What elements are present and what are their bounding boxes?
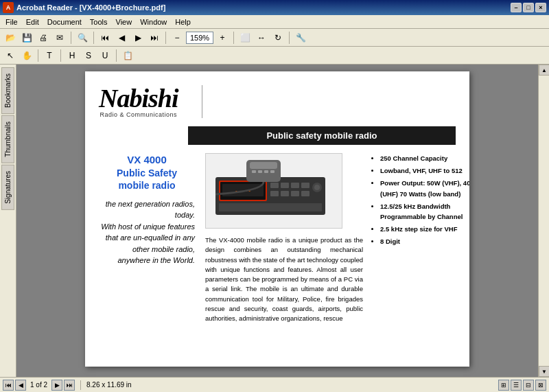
stamp-tool[interactable]: 📋 — [120, 48, 135, 63]
page-size: 8.26 x 11.69 in — [86, 381, 132, 389]
svg-rect-18 — [252, 170, 256, 173]
svg-rect-9 — [270, 191, 279, 196]
status-divider — [80, 380, 81, 390]
svg-rect-7 — [291, 183, 299, 188]
last-page-button[interactable]: ⏭ — [147, 30, 162, 45]
window-controls: – □ × — [511, 3, 546, 12]
menu-window[interactable]: Window — [136, 16, 171, 27]
underline-tool[interactable]: U — [97, 48, 113, 63]
print-button[interactable]: 🖨 — [36, 30, 51, 45]
zoom-out-button[interactable]: − — [170, 30, 185, 45]
last-page-nav[interactable]: ⏭ — [64, 380, 75, 391]
total-pages: 2 — [43, 381, 47, 389]
black-banner: Public safety mobile radio — [188, 126, 456, 145]
left-column: VX 4000 Public Safety mobile radio the n… — [99, 153, 198, 323]
svg-rect-15 — [219, 203, 322, 211]
spec-item: 12.5/25 kHz Bandwidth Programmable by Ch… — [380, 201, 469, 222]
scroll-track[interactable] — [539, 76, 549, 366]
svg-point-14 — [314, 185, 320, 190]
center-column: ----- — [205, 153, 363, 323]
page-info: 1 of 2 — [30, 381, 47, 389]
prev-page-button[interactable]: ◀ — [114, 30, 129, 45]
logo-area: Nabishi Radio & Communications — [99, 85, 191, 118]
email-button[interactable]: ✉ — [52, 30, 67, 45]
status-icon-4[interactable]: ⊠ — [535, 380, 546, 391]
spec-item: 8 Digit — [380, 236, 469, 246]
minimize-button[interactable]: – — [511, 3, 522, 12]
close-button[interactable]: × — [535, 3, 546, 12]
signatures-tab[interactable]: Signatures — [1, 165, 14, 210]
menu-bar: File Edit Document Tools View Window Hel… — [0, 15, 549, 29]
text-tool[interactable]: T — [42, 48, 57, 63]
menu-file[interactable]: File — [1, 16, 22, 27]
title-bar: A Acrobat Reader - [VX-4000+Brochure.pdf… — [0, 0, 549, 15]
fit-width-button[interactable]: ↔ — [254, 30, 269, 45]
thumbnails-tab[interactable]: Thumbnails — [1, 115, 14, 163]
separator-7 — [60, 49, 61, 62]
search-button[interactable]: 🔍 — [75, 30, 90, 45]
status-icon-1[interactable]: ⊞ — [498, 380, 509, 391]
pdf-page: Nabishi Radio & Communications Public sa… — [85, 71, 469, 367]
separator-8 — [116, 49, 117, 62]
highlight-tool[interactable]: H — [65, 48, 80, 63]
save-button[interactable]: 💾 — [19, 30, 34, 45]
separator-6 — [38, 49, 38, 62]
svg-rect-21 — [270, 170, 274, 173]
specs-column: 250 Channel Capacity Lowband, VHF, UHF t… — [370, 153, 469, 323]
zoom-input[interactable]: 159% — [186, 32, 213, 44]
select-tool[interactable]: ↖ — [3, 48, 18, 63]
svg-rect-8 — [301, 183, 309, 188]
svg-rect-19 — [258, 170, 262, 173]
scroll-up-button[interactable]: ▲ — [539, 65, 549, 76]
status-icon-2[interactable]: ☰ — [511, 380, 522, 391]
bookmarks-tab[interactable]: Bookmarks — [1, 67, 14, 114]
strikethrough-tool[interactable]: S — [81, 48, 96, 63]
svg-rect-11 — [291, 191, 299, 196]
menu-help[interactable]: Help — [171, 16, 195, 27]
tools-button[interactable]: 🔧 — [293, 30, 308, 45]
main-area: Bookmarks Thumbnails Signatures Nabishi … — [0, 65, 549, 377]
pdf-header: Nabishi Radio & Communications — [99, 85, 456, 118]
first-page-button[interactable]: ⏮ — [97, 30, 113, 45]
rotate-button[interactable]: ↻ — [270, 30, 285, 45]
right-scrollbar: ▲ ▼ — [538, 65, 549, 377]
product-description: the next generation radios, today. With … — [99, 198, 195, 266]
radio-image: ----- — [205, 153, 342, 229]
restore-button[interactable]: □ — [523, 3, 534, 12]
logo-tagline: Radio & Communications — [99, 111, 178, 118]
svg-rect-6 — [281, 183, 289, 188]
next-page-button[interactable]: ▶ — [130, 30, 145, 45]
open-button[interactable]: 📂 — [3, 30, 18, 45]
scroll-down-button[interactable]: ▼ — [539, 366, 549, 377]
spec-item: Lowband, VHF, UHF to 512 — [380, 165, 469, 176]
fit-page-button[interactable]: ⬜ — [237, 30, 253, 45]
content-grid: VX 4000 Public Safety mobile radio the n… — [99, 153, 456, 323]
first-page-nav[interactable]: ⏮ — [3, 380, 14, 391]
prev-page-nav[interactable]: ◀ — [15, 380, 26, 391]
next-page-nav[interactable]: ▶ — [51, 380, 62, 391]
toolbar-1: 📂 💾 🖨 ✉ 🔍 ⏮ ◀ ▶ ⏭ − 159% + ⬜ ↔ ↻ 🔧 — [0, 29, 549, 47]
status-right-controls: ⊞ ☰ ⊟ ⊠ — [498, 380, 546, 391]
pdf-area[interactable]: Nabishi Radio & Communications Public sa… — [16, 65, 538, 377]
navigation-controls: ⏮ ◀ 1 of 2 ▶ ⏭ — [3, 380, 75, 391]
svg-rect-17 — [250, 162, 277, 169]
header-divider — [202, 85, 202, 118]
menu-document[interactable]: Document — [43, 16, 86, 27]
window-title: Acrobat Reader - [VX-4000+Brochure.pdf] — [16, 3, 165, 12]
spec-item: Power Output: 50W (VHF), 40W (UHF) 70 Wa… — [380, 178, 469, 198]
product-title: VX 4000 Public Safety mobile radio — [99, 153, 195, 192]
svg-rect-12 — [301, 191, 309, 196]
menu-view[interactable]: View — [112, 16, 137, 27]
status-bar: ⏮ ◀ 1 of 2 ▶ ⏭ 8.26 x 11.69 in ⊞ ☰ ⊟ ⊠ — [0, 377, 549, 392]
separator-4 — [233, 32, 234, 44]
separator-1 — [71, 32, 71, 44]
hand-tool[interactable]: ✋ — [19, 48, 34, 63]
menu-tools[interactable]: Tools — [86, 16, 112, 27]
specs-list: 250 Channel Capacity Lowband, VHF, UHF t… — [370, 153, 469, 247]
menu-edit[interactable]: Edit — [22, 16, 43, 27]
zoom-in-button[interactable]: + — [215, 30, 230, 45]
radio-svg: ----- — [209, 157, 339, 225]
logo-text: Nabishi — [99, 85, 178, 111]
spec-item: 2.5 kHz step size for VHF — [380, 224, 469, 234]
status-icon-3[interactable]: ⊟ — [523, 380, 534, 391]
